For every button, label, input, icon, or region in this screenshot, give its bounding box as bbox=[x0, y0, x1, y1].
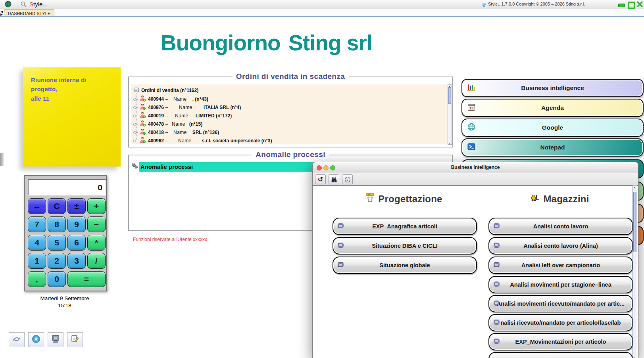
section-title: Magazzini bbox=[543, 193, 589, 205]
bi-button-label: Analisi conto lavoro bbox=[533, 223, 588, 230]
bi-button[interactable]: Situazione globale bbox=[333, 257, 477, 274]
greeting-word: Buongiorno bbox=[161, 30, 281, 56]
orders-scrollbar-thumb[interactable] bbox=[448, 87, 451, 104]
scroll-down-icon[interactable]: ▼ bbox=[633, 356, 636, 358]
bi-window-titlebar[interactable]: Business intelligence bbox=[313, 162, 638, 173]
report-icon bbox=[494, 339, 500, 345]
binoculars-icon[interactable] bbox=[329, 174, 339, 184]
tree-root-row[interactable]: Ordini di vendita (n°1162) bbox=[133, 87, 198, 94]
bi-button[interactable]: Analisi movimenti per stagione–linea bbox=[488, 276, 633, 293]
person-icon: c bbox=[139, 95, 146, 103]
terminal-icon bbox=[467, 142, 476, 153]
window-title: Style.. 1.7.0.0 Copyright © 2005 – 2026 … bbox=[488, 2, 585, 6]
launcher-business-intelligence[interactable]: Business intelligence bbox=[461, 79, 644, 97]
maximize-icon[interactable] bbox=[628, 2, 635, 9]
calc-key-1[interactable]: 1 bbox=[28, 253, 46, 269]
greeting-company: Sting srl bbox=[288, 30, 372, 56]
order-row[interactable]: c 400976 – Name ITALIA SRL (n°4) bbox=[133, 103, 241, 111]
launcher-notepad[interactable]: Notepad bbox=[461, 138, 644, 157]
notes-button[interactable] bbox=[67, 332, 83, 347]
bi-button[interactable]: nalisi ricevuto/mandato per articolo/fas… bbox=[488, 314, 633, 331]
order-customer: Name bbox=[178, 138, 192, 144]
bi-button[interactable]: Analisi left over campionario bbox=[488, 257, 633, 274]
tree-toggle-icon[interactable] bbox=[133, 139, 138, 142]
section-title: Progettazione bbox=[378, 193, 442, 205]
menu-bar: Style... Style.. 1.7.0.0 Copyright © 200… bbox=[0, 0, 644, 9]
launcher-google[interactable]: Google bbox=[461, 119, 644, 137]
tree-toggle-icon[interactable] bbox=[133, 123, 138, 126]
calc-key-4[interactable]: 4 bbox=[28, 235, 46, 251]
svg-text:c: c bbox=[144, 116, 145, 118]
calc-key-backspace[interactable]: ← bbox=[28, 198, 46, 214]
tree-toggle-icon[interactable] bbox=[133, 114, 138, 117]
tree-toggle-icon[interactable] bbox=[133, 106, 138, 109]
sticky-note[interactable]: Riunione interna di progetto, alle 11 bbox=[23, 67, 121, 167]
order-row[interactable]: c 400019 – Name LIMITED (n°172) bbox=[133, 112, 232, 119]
svg-text:c: c bbox=[144, 99, 145, 101]
date-text: Martedì 9 Settembre bbox=[24, 295, 106, 302]
calc-key-0[interactable]: 0 bbox=[48, 271, 66, 287]
back-icon[interactable]: ↺ bbox=[315, 174, 326, 184]
download-button[interactable] bbox=[28, 332, 44, 347]
note-shadow bbox=[0, 153, 4, 166]
order-row[interactable]: c 400944 – Name . (n°43) bbox=[133, 95, 208, 103]
calc-key-clear[interactable]: C bbox=[48, 198, 66, 214]
bi-button[interactable]: Analisi movimenti ricevuto/mandato per a… bbox=[488, 295, 633, 312]
calc-key-equals[interactable]: = bbox=[67, 271, 106, 287]
calc-key-divide[interactable]: / bbox=[87, 253, 106, 269]
download-icon bbox=[31, 334, 41, 345]
launcher-agenda[interactable]: 13 Agenda bbox=[461, 99, 644, 117]
bi-button-label: Analisi movimenti per stagione–linea bbox=[510, 281, 611, 288]
calc-key-8[interactable]: 8 bbox=[48, 216, 66, 232]
order-row[interactable]: c 400418 – Name SRL (n°136) bbox=[133, 128, 219, 136]
order-row[interactable]: c 400962 – Name s.r.l. società uniperson… bbox=[133, 137, 272, 144]
bi-button[interactable]: EXP_Anagrafica articoli bbox=[333, 218, 477, 235]
bi-button-label: EXP_Movimentazioni per articolo bbox=[515, 339, 606, 345]
scroll-up-icon[interactable]: ▲ bbox=[633, 186, 636, 188]
order-customer: Name bbox=[179, 105, 192, 110]
calc-key-7[interactable]: 7 bbox=[28, 216, 46, 232]
order-suffix: . (n°43) bbox=[192, 96, 208, 102]
sync-button[interactable] bbox=[9, 332, 25, 347]
calc-key-comma[interactable]: , bbox=[28, 271, 46, 287]
brand-icon bbox=[482, 2, 487, 9]
bi-button[interactable]: Analisi conto lavoro bbox=[488, 218, 633, 235]
calc-key-multiply[interactable]: * bbox=[87, 235, 106, 251]
calc-key-5[interactable]: 5 bbox=[48, 235, 66, 251]
bi-button-partial[interactable] bbox=[488, 352, 633, 358]
order-row[interactable]: c 400478 – Name (n°15) bbox=[133, 120, 202, 128]
calc-key-subtract[interactable]: − bbox=[87, 216, 106, 232]
bi-button-label: Situazione globale bbox=[379, 262, 430, 268]
report-icon bbox=[494, 301, 500, 307]
scroll-down-icon[interactable]: ▼ bbox=[448, 142, 451, 144]
section-header-magazzini: Magazzini bbox=[488, 193, 631, 205]
calendar-icon: 13 bbox=[467, 103, 476, 113]
time-text: 15:18 bbox=[24, 302, 106, 309]
tree-toggle-icon[interactable] bbox=[133, 131, 138, 134]
info-icon[interactable]: i bbox=[342, 174, 353, 184]
calc-key-9[interactable]: 9 bbox=[67, 216, 86, 232]
calc-key-6[interactable]: 6 bbox=[67, 235, 86, 251]
globe-icon[interactable] bbox=[5, 1, 12, 9]
orders-scrollbar[interactable]: ▲ ▼ bbox=[448, 84, 452, 145]
minimize-icon[interactable] bbox=[618, 4, 625, 7]
bi-button[interactable]: Situazione DIBA e CICLI bbox=[333, 237, 477, 255]
close-icon[interactable] bbox=[636, 1, 643, 7]
person-icon: c bbox=[139, 120, 146, 128]
calc-key-plusminus[interactable]: ± bbox=[67, 198, 86, 214]
calc-key-2[interactable]: 2 bbox=[48, 253, 66, 269]
bi-button-label: Situazione DIBA e CICLI bbox=[372, 243, 437, 249]
bi-scrollbar-thumb[interactable] bbox=[633, 192, 636, 252]
calc-key-add[interactable]: + bbox=[87, 198, 106, 214]
calculator-display: 0 bbox=[28, 179, 106, 196]
search-icon[interactable] bbox=[20, 1, 27, 9]
bi-button[interactable]: EXP_Movimentazioni per articolo bbox=[488, 333, 633, 350]
bi-button[interactable]: Analisi conto lavoro (Alina) bbox=[488, 237, 633, 255]
tree-toggle-icon[interactable] bbox=[133, 98, 138, 101]
order-code: 400962 – bbox=[148, 138, 168, 144]
bar-chart-icon bbox=[467, 83, 476, 93]
tab-scroll-arrows[interactable]: ◀▶ bbox=[0, 10, 4, 16]
bi-scrollbar[interactable]: ▲ ▼ bbox=[632, 185, 637, 358]
computer-button[interactable] bbox=[48, 332, 63, 347]
calc-key-3[interactable]: 3 bbox=[67, 253, 86, 269]
